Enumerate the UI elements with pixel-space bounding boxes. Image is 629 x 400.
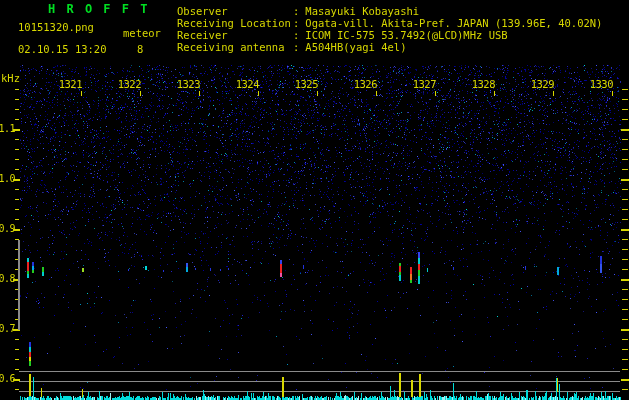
- time-tick-label: 1326: [351, 78, 377, 90]
- info-value: Ogata-vill. Akita-Pref. JAPAN (139.96E, …: [305, 17, 602, 29]
- datetime-label: 02.10.15 13:20: [18, 43, 107, 55]
- app-title: H R O F F T: [48, 3, 149, 15]
- mode-label: meteor: [123, 27, 161, 39]
- freq-tick-label: 0.6: [0, 373, 15, 384]
- info-label: Observer: [177, 5, 293, 17]
- time-tick-label: 1325: [292, 78, 318, 90]
- info-label: Receiver: [177, 29, 293, 41]
- info-label: Receiving antenna: [177, 41, 293, 53]
- time-tick-label: 1327: [410, 78, 436, 90]
- info-separator: :: [293, 41, 299, 53]
- info-separator: :: [293, 5, 299, 17]
- freq-axis-unit: kHz: [1, 72, 20, 84]
- freq-tick-label: 0.9: [0, 223, 15, 234]
- freq-tick-label: 0.8: [0, 273, 15, 284]
- station-info: Observer:Masayuki Kobayashi Receiving Lo…: [177, 5, 602, 53]
- time-tick-label: 1324: [233, 78, 259, 90]
- time-tick-label: 1328: [469, 78, 495, 90]
- info-value: Masayuki Kobayashi: [305, 5, 419, 17]
- meteor-count: 8: [137, 43, 143, 55]
- info-row-observer: Observer:Masayuki Kobayashi: [177, 5, 602, 17]
- info-value: A504HB(yagi 4el): [305, 41, 406, 53]
- time-tick-label: 1322: [115, 78, 141, 90]
- info-row-receiver: Receiver:ICOM IC-575 53.7492(@LCD)MHz US…: [177, 29, 602, 41]
- time-tick-label: 1323: [174, 78, 200, 90]
- freq-tick-label: 1.1: [0, 123, 15, 134]
- time-tick-label: 1329: [528, 78, 554, 90]
- time-tick-label: 1330: [587, 78, 613, 90]
- info-value: ICOM IC-575 53.7492(@LCD)MHz USB: [305, 29, 507, 41]
- freq-tick-label: 0.7: [0, 323, 15, 334]
- spectrogram-canvas: [0, 0, 629, 400]
- info-separator: :: [293, 29, 299, 41]
- info-row-location: Receiving Location:Ogata-vill. Akita-Pre…: [177, 17, 602, 29]
- filename-label: 10151320.png: [18, 21, 94, 33]
- info-label: Receiving Location: [177, 17, 293, 29]
- info-row-antenna: Receiving antenna:A504HB(yagi 4el): [177, 41, 602, 53]
- hrofft-window: H R O F F T 10151320.png meteor 02.10.15…: [0, 0, 629, 400]
- time-tick-label: 1321: [56, 78, 82, 90]
- info-separator: :: [293, 17, 299, 29]
- freq-tick-label: 1.0: [0, 173, 15, 184]
